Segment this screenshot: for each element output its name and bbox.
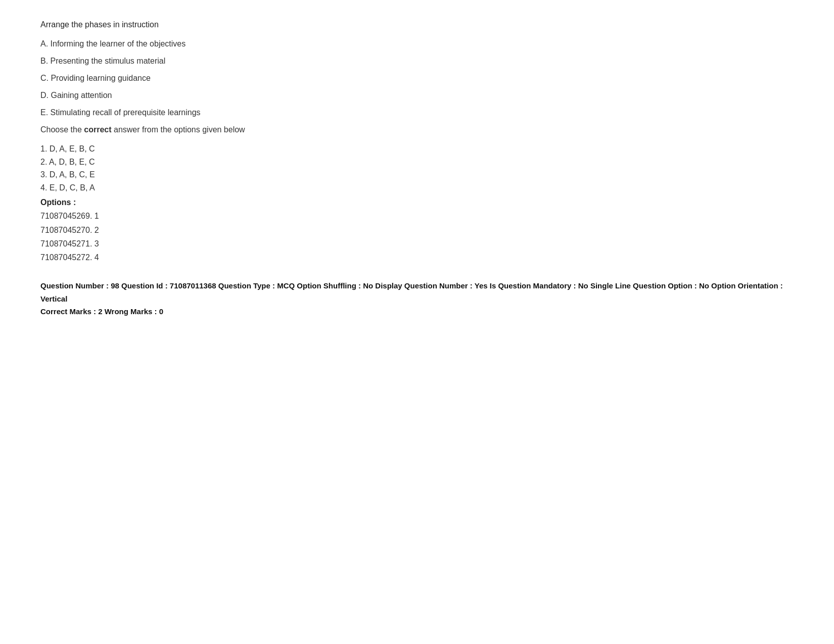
option-b: B. Presenting the stimulus material: [40, 57, 794, 66]
question-prompt: Arrange the phases in instruction: [40, 20, 794, 29]
options-label: Options :: [40, 198, 794, 207]
option-a: A. Informing the learner of the objectiv…: [40, 39, 794, 48]
option-e: E. Stimulating recall of prerequisite le…: [40, 108, 794, 117]
instruction: Choose the correct answer from the optio…: [40, 125, 794, 134]
answer-choices: 1. D, A, E, B, C 2. A, D, B, E, C 3. D, …: [40, 142, 794, 194]
option-id-3: 71087045271. 3: [40, 237, 794, 251]
marks: Correct Marks : 2 Wrong Marks : 0: [40, 307, 794, 316]
options-section: Options : 71087045269. 1 71087045270. 2 …: [40, 198, 794, 264]
answer-choice-1: 1. D, A, E, B, C: [40, 142, 794, 156]
instruction-bold: correct: [84, 125, 111, 134]
option-id-1: 71087045269. 1: [40, 209, 794, 223]
instruction-prefix: Choose the: [40, 125, 84, 134]
answer-choice-2: 2. A, D, B, E, C: [40, 156, 794, 169]
option-d: D. Gaining attention: [40, 91, 794, 100]
answer-choice-3: 3. D, A, B, C, E: [40, 168, 794, 181]
option-c: C. Providing learning guidance: [40, 74, 794, 83]
metadata: Question Number : 98 Question Id : 71087…: [40, 279, 794, 305]
option-id-4: 71087045272. 4: [40, 251, 794, 264]
option-id-2: 71087045270. 2: [40, 223, 794, 237]
answer-choice-4: 4. E, D, C, B, A: [40, 181, 794, 194]
instruction-suffix: answer from the options given below: [112, 125, 245, 134]
